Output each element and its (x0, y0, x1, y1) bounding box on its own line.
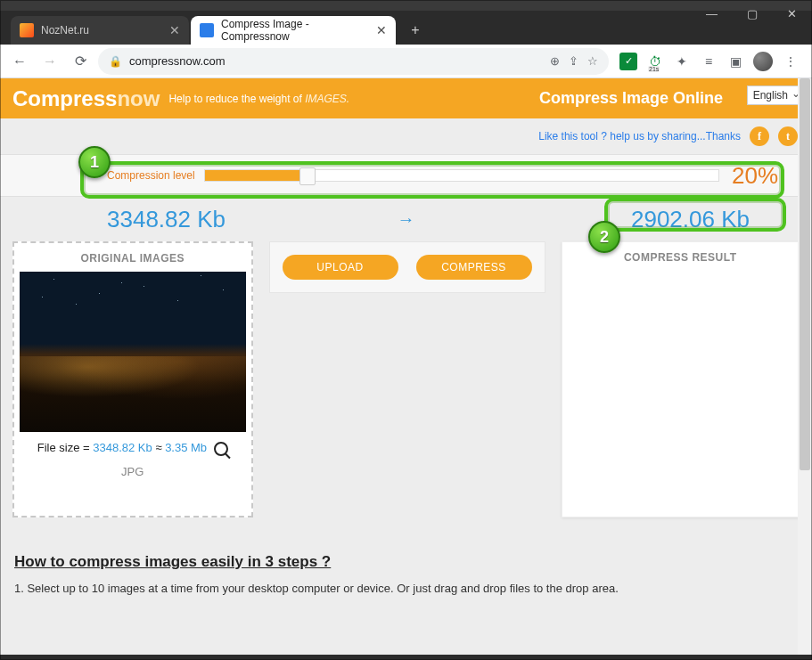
maximize-button[interactable]: ▢ (732, 0, 772, 27)
upload-button[interactable]: UPLOAD (283, 255, 398, 280)
howto-title: How to compress images easily in 3 steps… (14, 553, 798, 571)
favicon-icon (20, 23, 34, 37)
howto-step: 1. Select up to 10 images at a time from… (14, 582, 798, 595)
logo-part2: now (117, 86, 160, 110)
lock-icon: 🔒 (109, 55, 122, 68)
tagline: Help to reduce the weight of IMAGES. (168, 93, 349, 105)
compression-label: Compression level (107, 169, 195, 182)
profile-avatar[interactable] (753, 52, 773, 71)
share-icon[interactable]: ⇪ (569, 54, 578, 68)
chrome-menu-button[interactable]: ⋮ (782, 53, 800, 70)
annotation-badge-2: 2 (588, 221, 620, 253)
compression-value: 20% (732, 162, 785, 190)
new-tab-button[interactable]: + (403, 18, 428, 43)
share-text: Like this tool ? help us by sharing...Th… (538, 130, 741, 143)
twitter-icon[interactable]: t (778, 126, 798, 146)
magnify-icon[interactable] (214, 442, 228, 456)
slider-thumb[interactable] (299, 167, 316, 185)
actions-panel: UPLOAD COMPRESS (269, 241, 545, 293)
page-content: Compressnow Help to reduce the weight of… (0, 78, 812, 655)
forward-button[interactable]: → (37, 49, 62, 74)
file-type: JPG (20, 465, 246, 478)
ext-timer-icon[interactable]: ⏱21s (646, 53, 664, 70)
back-button[interactable]: ← (7, 49, 32, 74)
extensions: ✓ ⏱21s ✦ ≡ ▣ ⋮ (614, 52, 805, 71)
browser-toolbar: ← → ⟳ 🔒 compressnow.com ⊕ ⇪ ☆ ✓ ⏱21s ✦ ≡… (0, 45, 812, 78)
side-panel-icon[interactable]: ▣ (726, 53, 744, 70)
language-select[interactable]: English (747, 86, 805, 105)
compression-slider[interactable] (204, 169, 719, 182)
annotation-badge-1: 1 (78, 146, 111, 178)
url-host: compressnow.com (129, 54, 226, 68)
arrow-icon: → (398, 209, 415, 230)
ext-check-icon[interactable]: ✓ (619, 53, 637, 70)
tab-compressnow[interactable]: Compress Image - Compressnow ✕ (191, 16, 396, 45)
address-bar[interactable]: 🔒 compressnow.com ⊕ ⇪ ☆ (98, 48, 609, 75)
minimize-button[interactable]: — (692, 0, 732, 27)
howto-section: How to compress images easily in 3 steps… (14, 553, 798, 595)
window-controls: — ▢ ✕ (692, 0, 812, 27)
logo-part1: Compress (12, 86, 117, 110)
file-info: File size = 3348.82 Kb ≈ 3.35 Mb (20, 441, 246, 456)
bookmark-star-icon[interactable]: ☆ (587, 54, 598, 68)
tab-close-button[interactable]: ✕ (169, 23, 180, 37)
page-title: Compress Image Online (539, 89, 723, 108)
zoom-icon[interactable]: ⊕ (550, 54, 560, 68)
compression-control: Compression level 20% (0, 154, 812, 197)
original-size: 3348.82 Kb (107, 206, 226, 233)
scrollbar-thumb[interactable] (800, 78, 810, 470)
extensions-puzzle-icon[interactable]: ✦ (673, 53, 691, 70)
reload-button[interactable]: ⟳ (68, 49, 93, 74)
compress-result-panel: COMPRESS RESULT (562, 241, 800, 517)
site-logo[interactable]: Compressnow (12, 86, 160, 111)
original-images-panel[interactable]: ORIGINAL IMAGES File size = 3348.82 Kb ≈… (12, 241, 253, 517)
tab-title: NozNet.ru (41, 24, 89, 37)
share-bar: Like this tool ? help us by sharing...Th… (0, 118, 812, 154)
image-thumbnail[interactable] (20, 272, 246, 432)
tab-title: Compress Image - Compressnow (221, 18, 369, 43)
slider-fill (205, 170, 308, 181)
tab-strip: NozNet.ru ✕ Compress Image - Compressnow… (0, 11, 812, 45)
site-header: Compressnow Help to reduce the weight of… (0, 78, 812, 118)
panel-title: ORIGINAL IMAGES (20, 252, 246, 265)
vertical-scrollbar[interactable] (798, 78, 812, 655)
panel-title: COMPRESS RESULT (568, 251, 794, 264)
favicon-icon (200, 23, 214, 37)
reading-list-icon[interactable]: ≡ (700, 53, 718, 70)
close-window-button[interactable]: ✕ (772, 0, 812, 27)
tab-noznet[interactable]: NozNet.ru ✕ (11, 16, 189, 45)
sizes-row: 3348.82 Kb → 2902.06 Kb (0, 197, 812, 241)
result-size: 2902.06 Kb (631, 206, 750, 233)
compress-button[interactable]: COMPRESS (416, 255, 532, 280)
tab-close-button[interactable]: ✕ (376, 23, 387, 37)
facebook-icon[interactable]: f (750, 126, 769, 146)
